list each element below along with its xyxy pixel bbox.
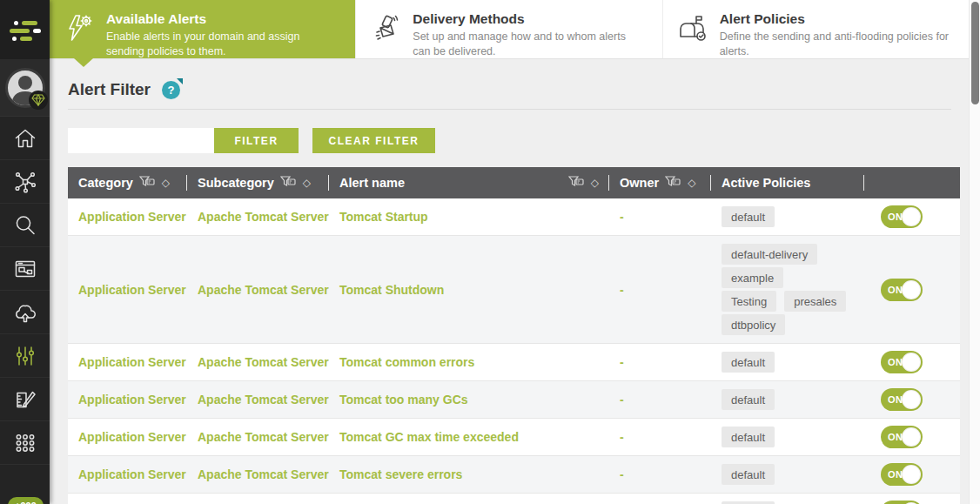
sort-icon[interactable]: ◇ (591, 177, 599, 189)
alert-name-cell[interactable]: Tomcat Shutdown (329, 283, 609, 297)
tab-title: Available Alerts (106, 11, 337, 27)
sort-icon[interactable]: ◇ (162, 177, 170, 189)
alert-name-cell[interactable]: Tomcat GC max time exceeded (329, 430, 609, 444)
table-row: Application Server Apache Tomcat Server … (68, 344, 960, 381)
alert-toggle[interactable]: ON (881, 501, 923, 504)
filter-funnel-icon[interactable] (280, 176, 298, 190)
sidebar-item-dashboards[interactable] (0, 247, 50, 291)
window-layout-icon (14, 258, 37, 280)
category-cell[interactable]: Application Server (68, 355, 187, 369)
alert-toggle[interactable]: ON (881, 463, 923, 486)
header-tabbar: Available Alerts Enable alerts in your d… (50, 0, 969, 59)
table-header: Category ◇ Subcategory ◇ Alert (68, 167, 960, 198)
sidebar-item-network-map[interactable] (0, 160, 50, 204)
alert-name-cell[interactable]: Tomcat common errors (329, 355, 609, 369)
home-icon (14, 127, 37, 150)
vertical-scrollbar[interactable] (969, 0, 980, 504)
mailbox-icon (677, 11, 710, 48)
owner-cell: - (609, 467, 711, 481)
category-cell[interactable]: Application Server (68, 210, 187, 224)
delivery-icon (370, 11, 403, 48)
toggle-knob (902, 207, 921, 226)
notification-badge[interactable]: +999 (8, 497, 44, 504)
policy-tag: dtbpolicy (722, 314, 785, 335)
tab-delivery-methods[interactable]: Delivery Methods Set up and manage how a… (355, 0, 661, 58)
divider (68, 109, 951, 110)
alert-toggle[interactable]: ON (881, 426, 923, 448)
owner-cell: - (609, 393, 711, 407)
app-logo-icon[interactable] (0, 0, 50, 59)
policy-tag: default-delivery (722, 244, 817, 265)
filter-funnel-icon[interactable] (665, 176, 682, 190)
table-row: Application Server Apache Tomcat Server … (68, 456, 960, 494)
policy-tag: default (722, 206, 775, 227)
bolt-gear-icon (64, 11, 97, 48)
subcategory-cell[interactable]: Apache Tomcat Server (187, 355, 329, 369)
alert-toggle[interactable]: ON (881, 351, 923, 373)
ruler-pencil-icon (14, 388, 37, 411)
alert-toggle[interactable]: ON (881, 388, 923, 411)
apps-grid-icon (14, 432, 37, 454)
search-icon (14, 214, 37, 237)
category-cell[interactable]: Application Server (68, 430, 187, 444)
tab-alert-policies[interactable]: Alert Policies Define the sending and an… (662, 0, 969, 58)
policies-cell: default (711, 494, 864, 504)
subcategory-cell[interactable]: Apache Tomcat Server (187, 467, 329, 481)
alert-toggle[interactable]: ON (881, 205, 923, 228)
toggle-on-label: ON (888, 285, 903, 295)
sidebar-item-cloud-upload[interactable] (0, 291, 50, 334)
tab-available-alerts[interactable]: Available Alerts Enable alerts in your d… (50, 0, 355, 58)
column-header-toggle (864, 167, 960, 198)
category-cell[interactable]: Application Server (68, 467, 187, 481)
alert-toggle[interactable]: ON (881, 279, 923, 301)
sort-icon[interactable]: ◇ (303, 177, 311, 189)
category-cell[interactable]: Application Server (68, 393, 187, 407)
filter-funnel-icon[interactable] (568, 176, 586, 190)
owner-cell: - (609, 430, 711, 444)
subcategory-cell[interactable]: Apache Tomcat Server (187, 430, 329, 444)
alerts-table: Category ◇ Subcategory ◇ Alert (68, 167, 960, 504)
help-icon[interactable]: ? (162, 81, 180, 99)
scrollbar-thumb[interactable] (971, 2, 979, 104)
avatar (5, 68, 45, 108)
column-header-owner: Owner ◇ (609, 167, 711, 198)
sidebar: +999 (0, 0, 50, 504)
page-title: Alert Filter (68, 80, 151, 99)
toggle-knob (902, 465, 921, 484)
column-header-subcategory: Subcategory ◇ (187, 167, 329, 198)
clear-filter-button[interactable]: CLEAR FILTER (312, 128, 435, 153)
category-cell[interactable]: Application Server (68, 283, 187, 297)
sidebar-item-alert-settings[interactable] (0, 334, 50, 378)
policy-tag: example (722, 267, 783, 288)
tab-title: Alert Policies (720, 11, 950, 27)
sort-icon[interactable]: ◇ (688, 177, 695, 189)
filter-button[interactable]: FILTER (214, 128, 299, 153)
policy-tag: default (722, 389, 775, 410)
sidebar-item-profile[interactable] (0, 59, 50, 117)
sidebar-item-reports[interactable] (0, 378, 50, 421)
alert-name-cell[interactable]: Tomcat Startup (329, 210, 609, 224)
tab-title: Delivery Methods (413, 11, 643, 27)
subcategory-cell[interactable]: Apache Tomcat Server (187, 393, 329, 407)
toggle-knob (902, 427, 921, 447)
toggle-on-label: ON (888, 394, 903, 405)
alert-name-cell[interactable]: Tomcat severe errors (329, 467, 609, 481)
toggle-on-label: ON (888, 357, 903, 367)
subcategory-cell[interactable]: Apache Tomcat Server (187, 283, 329, 297)
policy-tag: default (722, 427, 775, 447)
table-row: Application Server JBoss Server JBoss St… (68, 494, 960, 504)
column-label: Owner (620, 176, 659, 190)
subcategory-cell[interactable]: Apache Tomcat Server (187, 210, 329, 224)
sidebar-item-apps-grid[interactable] (0, 421, 50, 465)
policy-tag: Testing (722, 291, 776, 312)
sidebar-item-search[interactable] (0, 204, 50, 247)
filter-input[interactable] (68, 128, 214, 153)
filter-funnel-icon[interactable] (139, 176, 157, 190)
sidebar-item-home[interactable] (0, 117, 50, 160)
toggle-on-label: ON (888, 432, 903, 442)
column-label: Category (78, 176, 133, 190)
tab-description: Enable alerts in your domain and assign … (106, 30, 337, 59)
alert-name-cell[interactable]: Tomcat too many GCs (329, 393, 609, 407)
toggle-on-label: ON (888, 469, 903, 480)
owner-cell: - (609, 355, 711, 369)
